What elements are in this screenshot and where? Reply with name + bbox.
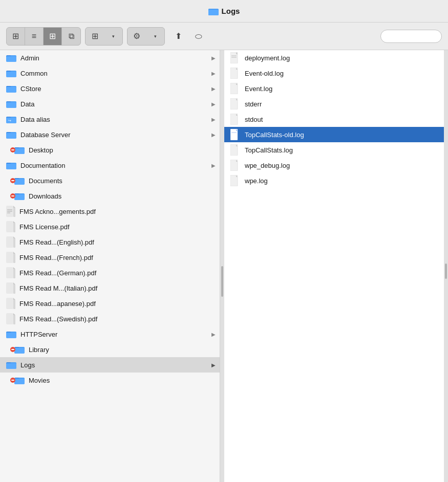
svg-marker-40 (13, 267, 15, 269)
sidebar-item-fms-license[interactable]: FMS License.pdf (0, 219, 220, 234)
sidebar-item-documentation[interactable]: Documentation ▶ (0, 158, 220, 173)
right-item-topcallstats-old[interactable]: TopCallStats-old.log (224, 127, 444, 142)
svg-rect-36 (6, 252, 13, 263)
sidebar-item-httpserver[interactable]: HTTPServer ▶ (0, 326, 220, 342)
right-item-topcallstats[interactable]: TopCallStats.log (224, 142, 444, 158)
sidebar-item-desktop[interactable]: Desktop (0, 142, 220, 158)
file-icon (230, 83, 240, 94)
disclosure-arrow: ▶ (211, 101, 216, 107)
sidebar-item-label: Documentation (20, 162, 211, 169)
disclosure-arrow: ▶ (211, 362, 216, 368)
right-item-event-old-log[interactable]: Event-old.log (224, 65, 444, 81)
disclosure-arrow: ▶ (211, 163, 216, 168)
main-content: Admin ▶ Common ▶ CStore ▶ (0, 50, 448, 482)
folder-icon (6, 84, 16, 93)
right-item-label: deployment.log (245, 54, 290, 62)
view-gallery-btn[interactable]: ⧉ (62, 28, 80, 45)
sidebar-item-label: Library (29, 346, 216, 354)
svg-rect-50 (13, 315, 15, 324)
sidebar-item-admin[interactable]: Admin ▶ (0, 50, 220, 65)
restriction-badge (10, 378, 15, 383)
scroll-handle[interactable] (221, 266, 223, 297)
sidebar-item-fms-swedish[interactable]: FMS Read...(Swedish).pdf (0, 311, 220, 326)
sidebar-item-logs[interactable]: Logs ▶ (0, 357, 220, 373)
sidebar-item-fms-english[interactable]: FMS Read...(English).pdf (0, 234, 220, 250)
action-btn[interactable]: ⚙ (127, 28, 146, 45)
folder-icon (6, 69, 16, 77)
sidebar-item-fms-german[interactable]: FMS Read...(German).pdf (0, 265, 220, 280)
sidebar-item-fms-italian[interactable]: FMS Read M...(Italian).pdf (0, 280, 220, 296)
action-arrow-btn[interactable]: ▾ (146, 28, 164, 45)
svg-rect-33 (6, 236, 13, 248)
right-item-wpe-log[interactable]: wpe.log (224, 173, 444, 188)
svg-marker-43 (13, 282, 15, 284)
folder-icon (14, 192, 25, 200)
svg-rect-2 (208, 10, 219, 15)
right-item-label: stdout (245, 116, 263, 123)
right-item-wpe-debug[interactable]: wpe_debug.log (224, 158, 444, 173)
sidebar-item-library[interactable]: Library (0, 342, 220, 357)
pdf-file-icon (6, 267, 15, 278)
view-options-btn[interactable]: ⊞ (86, 28, 104, 45)
disclosure-arrow: ▶ (211, 86, 216, 92)
sidebar-item-fms-french[interactable]: FMS Read...(French).pdf (0, 250, 220, 265)
folder-icon (6, 130, 16, 139)
sidebar-item-label: Logs (20, 361, 211, 369)
sidebar-item-label: Database Server (20, 131, 211, 139)
right-scroll-handle[interactable] (445, 264, 447, 279)
right-item-deployment-log[interactable]: deployment.log (224, 50, 444, 65)
right-item-label: wpe_debug.log (245, 162, 290, 169)
folder-icon (14, 376, 25, 384)
sidebar-item-documents[interactable]: Documents (0, 173, 220, 188)
sidebar-item-cstore[interactable]: CStore ▶ (0, 81, 220, 96)
sidebar-item-fms-japanese[interactable]: FMS Read...apanese).pdf (0, 296, 220, 311)
svg-rect-4 (6, 56, 16, 62)
svg-rect-26 (13, 208, 15, 217)
sidebar-item-label: HTTPServer (20, 331, 211, 338)
right-item-event-log[interactable]: Event.log (224, 81, 444, 96)
view-options-arrow-btn[interactable]: ▾ (104, 28, 122, 45)
sidebar-item-downloads[interactable]: Downloads (0, 188, 220, 204)
folder-alias-icon: ↪ (6, 115, 16, 123)
sidebar-item-label: Data alias (20, 116, 211, 123)
svg-rect-19 (6, 164, 16, 169)
right-item-stdout[interactable]: stdout (224, 112, 444, 127)
sidebar-item-label: FMS License.pdf (19, 223, 216, 231)
restriction-badge (10, 147, 15, 152)
view-icon-btn[interactable]: ⊞ (7, 28, 25, 45)
sidebar-scrollbar[interactable] (220, 50, 224, 482)
file-icon (230, 129, 240, 140)
sidebar-item-fms-ack[interactable]: FMS Ackno...gements.pdf (0, 204, 220, 219)
search-input[interactable] (380, 30, 442, 43)
pdf-file-icon (6, 221, 15, 232)
list-icon: ≡ (32, 32, 36, 41)
file-icon (230, 68, 240, 79)
window-title: Logs (222, 7, 240, 15)
sidebar-item-movies[interactable]: Movies (0, 373, 220, 388)
view-list-btn[interactable]: ≡ (25, 28, 44, 45)
column-icon: ⊞ (49, 31, 56, 41)
gear-icon: ⚙ (133, 31, 140, 41)
right-item-label: Event.log (245, 85, 272, 93)
sidebar-item-label: Admin (20, 54, 211, 62)
right-item-stderr[interactable]: stderr (224, 96, 444, 112)
folder-icon (6, 161, 16, 169)
svg-rect-41 (13, 269, 15, 278)
right-panel-scrollbar[interactable] (444, 50, 448, 482)
right-panel: deployment.log Event-old.log Event.log s… (224, 50, 444, 482)
share-btn[interactable]: ⬆ (169, 28, 187, 45)
sidebar-item-common[interactable]: Common ▶ (0, 65, 220, 81)
sidebar-item-database-server[interactable]: Database Server ▶ (0, 127, 220, 142)
sidebar-item-data[interactable]: Data ▶ (0, 96, 220, 112)
sidebar-item-label: Movies (29, 377, 216, 384)
title-bar: Logs (0, 0, 448, 23)
sidebar-item-data-alias[interactable]: ↪ Data alias ▶ (0, 112, 220, 127)
svg-rect-15 (6, 133, 16, 139)
sidebar-item-label: Common (20, 70, 211, 77)
tag-btn[interactable]: ⬭ (189, 28, 208, 45)
view-column-btn[interactable]: ⊞ (44, 28, 62, 45)
title-folder-icon (208, 6, 219, 16)
sidebar-item-label: FMS Ackno...gements.pdf (19, 208, 216, 215)
disclosure-arrow: ▶ (211, 117, 216, 122)
view-options-group: ⊞ ▾ (85, 27, 123, 46)
